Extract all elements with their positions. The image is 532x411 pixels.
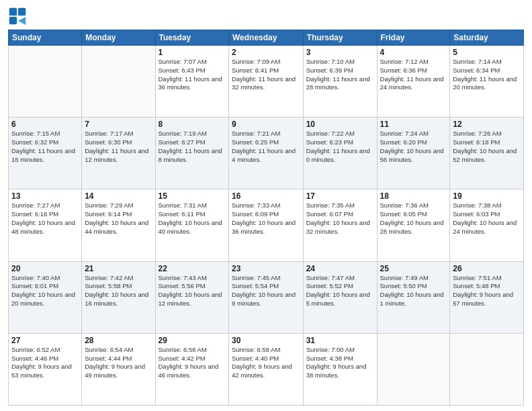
day-number: 10 [306,120,374,129]
week-row-4: 27Sunrise: 6:52 AM Sunset: 4:46 PM Dayli… [9,333,524,405]
svg-rect-0 [9,8,17,15]
day-info: Sunrise: 7:09 AM Sunset: 6:41 PM Dayligh… [232,58,300,92]
svg-rect-2 [9,17,17,24]
calendar-cell: 6Sunrise: 7:15 AM Sunset: 6:32 PM Daylig… [9,118,82,189]
svg-rect-1 [18,8,26,15]
week-row-2: 13Sunrise: 7:27 AM Sunset: 6:16 PM Dayli… [9,189,524,261]
calendar-cell: 15Sunrise: 7:31 AM Sunset: 6:11 PM Dayli… [155,189,228,261]
day-info: Sunrise: 7:14 AM Sunset: 6:34 PM Dayligh… [453,58,521,92]
day-number: 3 [306,48,374,57]
weekday-header-tuesday: Tuesday [155,30,228,46]
header [8,7,524,26]
day-info: Sunrise: 7:31 AM Sunset: 6:11 PM Dayligh… [159,201,226,236]
calendar-cell: 27Sunrise: 6:52 AM Sunset: 4:46 PM Dayli… [9,333,82,405]
calendar-cell: 1Sunrise: 7:07 AM Sunset: 6:43 PM Daylig… [155,46,228,118]
day-info: Sunrise: 7:35 AM Sunset: 6:07 PM Dayligh… [306,201,374,236]
calendar-cell [9,46,82,118]
day-info: Sunrise: 7:49 AM Sunset: 5:50 PM Dayligh… [380,274,447,308]
calendar-cell: 30Sunrise: 6:58 AM Sunset: 4:40 PM Dayli… [228,333,303,405]
calendar-cell: 10Sunrise: 7:22 AM Sunset: 6:23 PM Dayli… [303,118,377,189]
weekday-header-monday: Monday [82,30,155,46]
week-row-0: 1Sunrise: 7:07 AM Sunset: 6:43 PM Daylig… [9,46,524,118]
calendar-cell: 22Sunrise: 7:43 AM Sunset: 5:56 PM Dayli… [155,261,228,333]
day-number: 11 [380,120,447,129]
day-number: 20 [11,264,79,273]
day-number: 19 [453,191,521,201]
day-number: 28 [85,336,152,345]
weekday-header-thursday: Thursday [303,30,377,46]
day-info: Sunrise: 7:33 AM Sunset: 6:09 PM Dayligh… [232,201,300,236]
calendar-body: 1Sunrise: 7:07 AM Sunset: 6:43 PM Daylig… [9,46,524,406]
calendar-cell: 31Sunrise: 7:00 AM Sunset: 4:38 PM Dayli… [303,333,377,405]
day-number: 14 [85,191,152,201]
day-number: 5 [453,48,521,57]
weekday-header-friday: Friday [377,30,450,46]
calendar-cell: 7Sunrise: 7:17 AM Sunset: 6:30 PM Daylig… [82,118,155,189]
calendar-cell: 2Sunrise: 7:09 AM Sunset: 6:41 PM Daylig… [228,46,303,118]
calendar-cell: 19Sunrise: 7:38 AM Sunset: 6:03 PM Dayli… [450,189,524,261]
week-row-1: 6Sunrise: 7:15 AM Sunset: 6:32 PM Daylig… [9,118,524,189]
day-info: Sunrise: 6:54 AM Sunset: 4:44 PM Dayligh… [85,346,152,380]
day-info: Sunrise: 7:51 AM Sunset: 5:48 PM Dayligh… [453,274,521,308]
calendar-page: SundayMondayTuesdayWednesdayThursdayFrid… [0,0,532,411]
svg-marker-3 [18,17,26,25]
day-number: 18 [380,191,447,201]
day-info: Sunrise: 6:56 AM Sunset: 4:42 PM Dayligh… [159,346,226,380]
calendar-cell: 17Sunrise: 7:35 AM Sunset: 6:07 PM Dayli… [303,189,377,261]
weekday-header-wednesday: Wednesday [228,30,303,46]
day-info: Sunrise: 7:12 AM Sunset: 6:36 PM Dayligh… [380,58,447,92]
day-info: Sunrise: 7:24 AM Sunset: 6:20 PM Dayligh… [380,130,447,164]
calendar-cell: 25Sunrise: 7:49 AM Sunset: 5:50 PM Dayli… [377,261,450,333]
day-info: Sunrise: 7:29 AM Sunset: 6:14 PM Dayligh… [85,201,152,236]
calendar-cell: 26Sunrise: 7:51 AM Sunset: 5:48 PM Dayli… [450,261,524,333]
day-number: 6 [11,120,79,129]
calendar-cell: 28Sunrise: 6:54 AM Sunset: 4:44 PM Dayli… [82,333,155,405]
day-info: Sunrise: 7:10 AM Sunset: 6:39 PM Dayligh… [306,58,374,92]
calendar-cell: 12Sunrise: 7:26 AM Sunset: 6:18 PM Dayli… [450,118,524,189]
day-info: Sunrise: 7:38 AM Sunset: 6:03 PM Dayligh… [453,201,521,236]
day-info: Sunrise: 7:40 AM Sunset: 6:01 PM Dayligh… [11,274,79,308]
day-number: 24 [306,264,374,273]
calendar-cell: 14Sunrise: 7:29 AM Sunset: 6:14 PM Dayli… [82,189,155,261]
calendar-cell: 18Sunrise: 7:36 AM Sunset: 6:05 PM Dayli… [377,189,450,261]
day-info: Sunrise: 6:58 AM Sunset: 4:40 PM Dayligh… [232,346,300,380]
weekday-row: SundayMondayTuesdayWednesdayThursdayFrid… [9,30,524,46]
day-number: 16 [232,191,300,201]
logo [8,7,30,26]
day-info: Sunrise: 7:45 AM Sunset: 5:54 PM Dayligh… [232,274,300,308]
calendar-cell [82,46,155,118]
day-info: Sunrise: 7:22 AM Sunset: 6:23 PM Dayligh… [306,130,374,164]
day-info: Sunrise: 7:43 AM Sunset: 5:56 PM Dayligh… [159,274,226,308]
day-number: 30 [232,336,300,345]
calendar-cell: 8Sunrise: 7:19 AM Sunset: 6:27 PM Daylig… [155,118,228,189]
day-info: Sunrise: 7:47 AM Sunset: 5:52 PM Dayligh… [306,274,374,308]
day-number: 29 [159,336,226,345]
weekday-header-sunday: Sunday [9,30,82,46]
calendar-header: SundayMondayTuesdayWednesdayThursdayFrid… [9,30,524,46]
calendar-cell: 20Sunrise: 7:40 AM Sunset: 6:01 PM Dayli… [9,261,82,333]
day-number: 12 [453,120,521,129]
day-info: Sunrise: 6:52 AM Sunset: 4:46 PM Dayligh… [11,346,79,380]
day-number: 2 [232,48,300,57]
week-row-3: 20Sunrise: 7:40 AM Sunset: 6:01 PM Dayli… [9,261,524,333]
day-number: 22 [159,264,226,273]
calendar-table: SundayMondayTuesdayWednesdayThursdayFrid… [8,30,524,406]
day-info: Sunrise: 7:19 AM Sunset: 6:27 PM Dayligh… [159,130,226,164]
day-number: 9 [232,120,300,129]
calendar-cell: 29Sunrise: 6:56 AM Sunset: 4:42 PM Dayli… [155,333,228,405]
day-number: 23 [232,264,300,273]
calendar-cell: 4Sunrise: 7:12 AM Sunset: 6:36 PM Daylig… [377,46,450,118]
day-number: 7 [85,120,152,129]
calendar-cell: 24Sunrise: 7:47 AM Sunset: 5:52 PM Dayli… [303,261,377,333]
calendar-cell: 5Sunrise: 7:14 AM Sunset: 6:34 PM Daylig… [450,46,524,118]
calendar-cell: 3Sunrise: 7:10 AM Sunset: 6:39 PM Daylig… [303,46,377,118]
calendar-cell: 13Sunrise: 7:27 AM Sunset: 6:16 PM Dayli… [9,189,82,261]
day-info: Sunrise: 7:00 AM Sunset: 4:38 PM Dayligh… [306,346,374,380]
day-info: Sunrise: 7:07 AM Sunset: 6:43 PM Dayligh… [159,58,226,92]
day-number: 4 [380,48,447,57]
day-number: 13 [11,191,79,201]
day-number: 27 [11,336,79,345]
day-number: 25 [380,264,447,273]
day-number: 1 [159,48,226,57]
day-number: 17 [306,191,374,201]
